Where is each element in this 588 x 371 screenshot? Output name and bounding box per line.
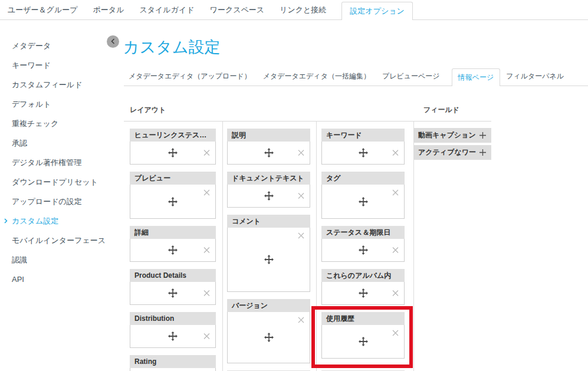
sub-tab[interactable]: 情報ページ [452, 68, 501, 86]
close-icon[interactable] [203, 247, 210, 254]
sidebar-item[interactable]: デフォルト [0, 94, 124, 114]
sidebar-item-label: デフォルト [12, 100, 51, 109]
sidebar-item-label: デジタル著作権管理 [12, 158, 81, 167]
close-icon[interactable] [298, 232, 304, 239]
sidebar-item[interactable]: カスタム設定 [0, 211, 124, 231]
layout-card[interactable]: ヒューリンクステス… [130, 129, 216, 165]
top-nav-item[interactable]: スタイルガイド [139, 5, 194, 15]
move-icon[interactable] [264, 148, 274, 157]
card-title: コメント [227, 215, 310, 228]
card-body [130, 282, 216, 305]
close-icon[interactable] [392, 247, 399, 254]
layout-card[interactable]: これらのアルバム内 [321, 269, 405, 305]
sidebar-item[interactable]: 認識 [0, 250, 124, 270]
sub-tab[interactable]: プレビューページ [382, 71, 440, 81]
layout-card[interactable]: コメント [227, 215, 310, 292]
move-icon[interactable] [359, 245, 368, 255]
column-divider [316, 121, 317, 371]
close-icon[interactable] [392, 150, 399, 156]
close-icon[interactable] [203, 290, 210, 297]
sidebar-item[interactable]: デジタル著作権管理 [0, 153, 124, 172]
section-divider [124, 121, 491, 122]
sub-tab[interactable]: メタデータエディタ（一括編集） [263, 71, 370, 81]
close-icon[interactable] [298, 150, 304, 156]
layout-card[interactable]: 説明 [227, 129, 310, 165]
card-body [130, 368, 216, 371]
sidebar-item-label: ダウンロードプリセット [12, 178, 98, 186]
card-title: 詳細 [130, 226, 216, 239]
field-item[interactable]: 動画キャプション [413, 128, 491, 143]
layout-card[interactable]: バージョン [227, 299, 310, 363]
card-title: これらのアルバム内 [321, 269, 405, 282]
move-icon[interactable] [168, 331, 178, 341]
move-icon[interactable] [264, 191, 274, 201]
layout-card[interactable]: Distribution [130, 312, 216, 348]
card-title: ステータス＆期限日 [321, 226, 405, 239]
top-nav-item[interactable]: ユーザー＆グループ [8, 5, 78, 15]
layout-column-1: ヒューリンクステス…プレビュー詳細Product DetailsDistribu… [130, 129, 216, 371]
move-icon[interactable] [359, 197, 368, 206]
move-icon[interactable] [168, 245, 178, 255]
sidebar-item[interactable]: 重複チェック [0, 114, 124, 133]
close-icon[interactable] [203, 333, 210, 340]
top-nav-item[interactable]: ワークスペース [210, 5, 265, 15]
page-title: カスタム設定 [123, 37, 221, 58]
card-body [130, 325, 216, 348]
close-icon[interactable] [392, 189, 399, 196]
layout-card[interactable]: キーワード [321, 129, 405, 165]
plus-icon[interactable] [479, 132, 487, 139]
card-body [130, 142, 216, 165]
top-nav-item[interactable]: 設定オプション [341, 2, 413, 20]
layout-card[interactable]: ドキュメントテキスト [227, 172, 310, 208]
sidebar-item[interactable]: 承認 [0, 133, 124, 153]
top-nav-item[interactable]: ポータル [93, 5, 124, 15]
layout-card[interactable]: Rating [130, 355, 216, 371]
top-nav: ユーザー＆グループポータルスタイルガイドワークスペースリンクと接続設定オプション [0, 0, 588, 20]
sidebar-item[interactable]: メタデータ [0, 36, 124, 55]
sidebar-item[interactable]: API [0, 270, 124, 289]
sidebar-item-label: 認識 [12, 255, 27, 264]
card-body [227, 142, 310, 165]
move-icon[interactable] [359, 288, 368, 298]
close-icon[interactable] [392, 290, 399, 297]
close-icon[interactable] [203, 150, 210, 156]
move-icon[interactable] [264, 333, 274, 342]
top-nav-item[interactable]: リンクと接続 [280, 5, 326, 15]
card-body [130, 185, 216, 219]
field-item-label: 動画キャプション [418, 130, 477, 140]
close-icon[interactable] [298, 317, 304, 323]
column-divider [222, 121, 223, 371]
move-icon[interactable] [168, 197, 178, 206]
layout-card[interactable]: プレビュー [130, 172, 216, 219]
sub-tab[interactable]: フィルターパネル [506, 71, 564, 81]
sidebar-item-label: モバイルインターフェース [12, 236, 106, 245]
layout-column-3: キーワードタグステータス＆期限日これらのアルバム内使用履歴 [321, 129, 405, 371]
sidebar-item[interactable]: モバイルインターフェース [0, 231, 124, 250]
sidebar-item[interactable]: カスタムフィールド [0, 75, 124, 94]
layout-card[interactable]: ステータス＆期限日 [321, 226, 405, 262]
card-title: Product Details [130, 269, 216, 282]
layout-card[interactable]: 使用履歴 [321, 312, 405, 359]
field-item[interactable]: アクティブなワー… [413, 145, 491, 160]
move-icon[interactable] [359, 148, 368, 157]
collapse-sidebar-button[interactable] [107, 35, 119, 48]
sidebar-item[interactable]: アップロードの設定 [0, 192, 124, 211]
layout-card[interactable]: 詳細 [130, 226, 216, 262]
sidebar: メタデータキーワードカスタムフィールドデフォルト重複チェック承認デジタル著作権管… [0, 20, 124, 371]
card-body [321, 185, 405, 219]
move-icon[interactable] [264, 255, 274, 264]
close-icon[interactable] [392, 330, 399, 336]
sub-tab[interactable]: メタデータエディタ（アップロード） [129, 71, 251, 81]
plus-icon[interactable] [479, 149, 487, 156]
sidebar-item[interactable]: ダウンロードプリセット [0, 172, 124, 192]
layout-card[interactable]: タグ [321, 172, 405, 219]
move-icon[interactable] [168, 288, 178, 298]
move-icon[interactable] [168, 148, 178, 157]
close-icon[interactable] [298, 193, 304, 199]
chevron-left-icon [111, 37, 115, 46]
move-icon[interactable] [359, 337, 368, 346]
close-icon[interactable] [203, 189, 210, 196]
sidebar-item[interactable]: キーワード [0, 55, 124, 75]
layout-card[interactable]: Product Details [130, 269, 216, 305]
layout-column-2: 説明ドキュメントテキストコメントバージョン [227, 129, 310, 371]
